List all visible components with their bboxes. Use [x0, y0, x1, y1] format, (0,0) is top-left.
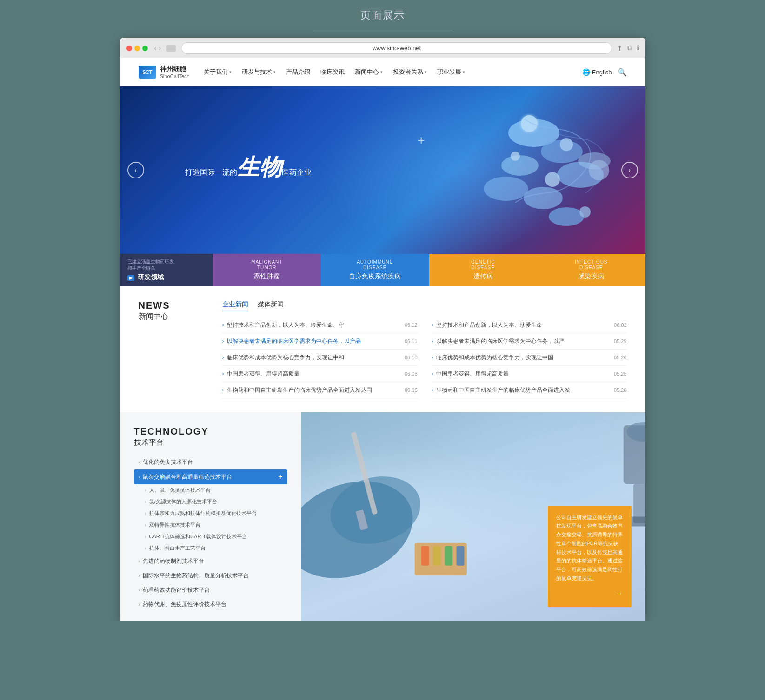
arrow-icon: › [139, 460, 140, 465]
tech-info-box: 公司自主研发建立领先的鼠单抗发现平台，包含高融合效率杂交瘤交曝、抗原诱导的特异性… [548, 506, 632, 608]
nav-investors[interactable]: 投资者关系 ▾ [393, 68, 427, 76]
logo-area: SCT 神州细胞 SinoCellTech [139, 65, 190, 79]
language-button[interactable]: 🌐 English [582, 68, 612, 76]
news-cn: 新闻中心 [139, 312, 213, 322]
news-col-left: › 坚持技术和产品创新，以人为本、珍爱生命、守 06.12 › 以解决患者未满足… [222, 317, 418, 398]
menu-icon[interactable]: ℹ [637, 44, 639, 53]
nav-rd[interactable]: 研发与技术 ▾ [242, 68, 276, 76]
tech-sub-item-4[interactable]: › CAR-T抗体筛选和CAR-T载体设计技术平台 [140, 531, 287, 542]
domain-autoimmune[interactable]: AUTOIMMUNEDISEASE 自身免疫系统疾病 [321, 254, 429, 286]
news-bullet-icon: › [222, 354, 224, 361]
domain-malignant[interactable]: MALIGNANTTUMOR 恶性肿瘤 [213, 254, 321, 286]
news-bullet-icon: › [222, 322, 224, 328]
news-date: 06.11 [405, 338, 418, 344]
arrow-icon: › [145, 511, 146, 516]
svg-point-7 [484, 177, 528, 201]
tech-sub-item-2[interactable]: › 抗体亲和力成熟和抗体结构模拟及优化技术平台 [140, 508, 287, 519]
research-intro: 已建立涵盖生物药研发和生产全链条 ▶ 研发领域 [120, 254, 213, 286]
nav-products[interactable]: 产品介绍 [286, 68, 310, 76]
news-tab-company[interactable]: 企业新闻 [222, 300, 248, 310]
news-item: › 坚持技术和产品创新，以人为本、珍爱生命、守 06.12 [222, 317, 418, 333]
chevron-down-icon: ▾ [380, 70, 383, 74]
news-col-right: › 坚持技术和产品创新，以人为本、珍爱生命 06.02 › 以解决患者未满足的临… [432, 317, 627, 398]
tech-item-8[interactable]: › 先进的药物制剂技术平台 [134, 554, 287, 568]
nav-clinical[interactable]: 临床资讯 [320, 68, 345, 76]
hero-right-arrow[interactable]: › [621, 162, 638, 178]
svg-rect-24 [433, 546, 441, 566]
hero-left-arrow[interactable]: ‹ [127, 162, 144, 178]
nav-about[interactable]: 关于我们 ▾ [204, 68, 232, 76]
domain-cn-malignant: 恶性肿瘤 [254, 272, 280, 281]
news-item: › 中国患者获得、用得超高质量 05.25 [432, 366, 627, 382]
nav-right: 🌐 English 🔍 [582, 68, 627, 77]
hero-suffix: 医药企业 [282, 168, 312, 176]
dot-minimize[interactable] [134, 46, 140, 51]
domain-infectious[interactable]: INFECTIOUSDISEASE 感染疾病 [537, 254, 645, 286]
tech-section: TECHNOLOGY 技术平台 › 优化的免疫技术平台 › 鼠杂交瘤融合和高通量… [120, 412, 645, 621]
tech-item-9[interactable]: › 国际水平的生物药结构、质量分析技术平台 [134, 568, 287, 583]
dot-maximize[interactable] [142, 46, 148, 51]
nav-careers[interactable]: 职业发展 ▾ [437, 68, 465, 76]
search-icon[interactable]: 🔍 [618, 68, 627, 77]
svg-rect-23 [421, 546, 429, 566]
news-item: › 临床优势和成本优势为核心竞争力，实现让中国 05.26 [432, 350, 627, 366]
tech-item-0[interactable]: › 优化的免疫技术平台 [134, 455, 287, 469]
svg-point-9 [560, 138, 573, 151]
forward-arrow[interactable]: › [159, 45, 161, 52]
window-icon[interactable]: ⧉ [627, 44, 632, 53]
news-tab-media[interactable]: 媒体新闻 [258, 300, 284, 310]
news-date: 06.06 [405, 387, 418, 393]
address-bar[interactable]: www.sino-web.net [181, 42, 612, 54]
news-item: › 临床优势和成本优势为核心竞争力，实现让中和 06.10 [222, 350, 418, 366]
tech-item-10[interactable]: › 药理药效功能评价技术平台 [134, 583, 287, 597]
svg-rect-25 [445, 546, 452, 566]
svg-point-12 [511, 152, 520, 161]
tech-sub-item-0[interactable]: › 人、鼠、兔抗抗体技术平台 [140, 484, 287, 496]
dot-close[interactable] [126, 46, 132, 51]
tech-sub-item-3[interactable]: › 双特异性抗体技术平台 [140, 519, 287, 531]
news-date: 05.20 [614, 387, 627, 393]
plus-icon: + [278, 473, 282, 481]
news-date: 06.02 [614, 322, 627, 328]
news-bullet-icon: › [432, 387, 433, 393]
domain-en-malignant: MALIGNANTTUMOR [251, 259, 282, 271]
research-intro-text: 已建立涵盖生物药研发和生产全链条 [127, 258, 206, 271]
news-columns: › 坚持技术和产品创新，以人为本、珍爱生命、守 06.12 › 以解决患者未满足… [222, 317, 627, 398]
news-item: › 中国患者获得、用得超高质量 06.08 [222, 366, 418, 382]
domain-cn-infectious: 感染疾病 [578, 272, 604, 281]
tech-sub-item-5[interactable]: › 抗体、蛋白生产工艺平台 [140, 542, 287, 554]
share-icon[interactable]: ⬆ [617, 44, 623, 53]
news-text: 生物药和中国自主研发生产的临床优势产品全面进入发 [436, 386, 611, 394]
globe-icon: 🌐 [582, 68, 590, 76]
svg-point-10 [545, 172, 560, 187]
news-text: 坚持技术和产品创新，以人为本、珍爱生命、守 [227, 321, 402, 329]
tech-left: TECHNOLOGY 技术平台 › 优化的免疫技术平台 › 鼠杂交瘤融合和高通量… [120, 412, 301, 621]
svg-point-11 [579, 206, 591, 218]
svg-point-2 [501, 155, 539, 176]
news-text: 临床优势和成本优势为核心竞争力，实现让中和 [227, 353, 402, 362]
hero-highlight: 生物 [237, 155, 282, 179]
nav-news[interactable]: 新闻中心 ▾ [355, 68, 383, 76]
news-text: 临床优势和成本优势为核心竞争力，实现让中国 [436, 353, 611, 362]
back-arrow[interactable]: ‹ [154, 45, 157, 52]
news-bullet-icon: › [432, 354, 433, 361]
chevron-down-icon: ▾ [463, 70, 465, 74]
chevron-down-icon: ▾ [273, 70, 276, 74]
news-date: 05.25 [614, 371, 627, 376]
tech-item-1[interactable]: › 鼠杂交瘤融合和高通量筛选技术平台 + [134, 469, 287, 484]
news-bullet-icon: › [432, 338, 433, 344]
news-text: 生物药和中国自主研发生产的临床优势产品全面进入发达国 [227, 386, 402, 394]
tab-icon [166, 45, 176, 52]
arrow-icon: › [145, 523, 146, 528]
research-bar: 已建立涵盖生物药研发和生产全链条 ▶ 研发领域 MALIGNANTTUMOR 恶… [120, 254, 645, 286]
news-text[interactable]: 以解决患者未满足的临床医学需求为中心任务，以产品 [227, 337, 402, 345]
svg-point-13 [589, 160, 609, 180]
arrow-icon: › [139, 559, 140, 564]
news-text: 坚持技术和产品创新，以人为本、珍爱生命 [436, 321, 611, 329]
news-item: › 以解决患者未满足的临床医学需求为中心任务，以严 05.29 [432, 333, 627, 350]
tech-item-11[interactable]: › 药物代谢、免疫原性评价技术平台 [134, 597, 287, 612]
tech-sub-item-1[interactable]: › 鼠/免源抗体的人源化技术平台 [140, 496, 287, 508]
news-bullet-icon: › [222, 387, 224, 393]
tech-info-arrow[interactable]: → [556, 587, 623, 600]
domain-genetic[interactable]: GENETICDISEASE 遗传病 [429, 254, 538, 286]
